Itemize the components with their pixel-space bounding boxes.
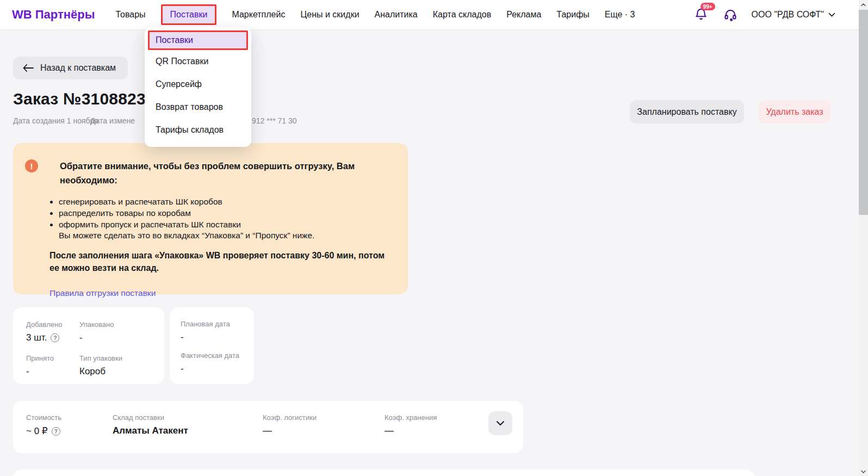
scroll-up-button[interactable] xyxy=(859,0,868,9)
nav-item-karta-skladov[interactable]: Карта складов xyxy=(433,10,491,20)
shipping-rules-link[interactable]: Правила отгрузки поставки xyxy=(49,288,156,298)
back-to-supplies-button[interactable]: Назад к поставкам xyxy=(13,57,128,79)
warning-icon: ! xyxy=(25,159,38,172)
account-menu[interactable]: ООО "РДВ СОФТ" xyxy=(752,10,835,20)
nav-item-reklama[interactable]: Реклама xyxy=(506,10,541,20)
stat-packed: Упаковано - xyxy=(79,320,151,343)
actual-date: Фактическая дата - xyxy=(181,351,243,374)
dates-card: Плановая дата - Фактическая дата - xyxy=(170,307,254,384)
support-button[interactable] xyxy=(723,8,737,22)
nav-item-tseny-i-skidki[interactable]: Цены и скидки xyxy=(300,10,359,20)
dropdown-item-tarify-skladov[interactable]: Тарифы складов xyxy=(145,119,251,141)
expand-summary-button[interactable] xyxy=(488,411,512,435)
nav-item-postavki[interactable]: Поставки xyxy=(161,4,217,25)
shipment-notice: ! Обратите внимание, чтобы без проблем с… xyxy=(13,143,408,294)
nav-item-analitika[interactable]: Аналитика xyxy=(375,10,418,20)
phone-fragment: 912 *** 71 30 xyxy=(252,116,297,125)
nav-item-tovary[interactable]: Товары xyxy=(116,10,146,20)
warehouse-column: Склад поставки Алматы Атакент xyxy=(113,413,263,441)
modified-date-fragment: Дата измене xyxy=(90,116,135,125)
notice-bullet: распределить товары по коробам xyxy=(59,208,385,219)
logistics-coef-column: Коэф. логистики — xyxy=(263,413,385,441)
dropdown-item-postavki[interactable]: Поставки xyxy=(148,30,248,50)
nav-item-more[interactable]: Еще · 3 xyxy=(605,10,635,20)
nav-item-marketpleys[interactable]: Маркетплейс xyxy=(232,10,285,20)
chevron-down-icon xyxy=(828,13,835,17)
main-nav: Товары Поставки Маркетплейс Цены и скидк… xyxy=(116,4,635,25)
notice-paragraph: После заполнения шага «Упаковка» WB пров… xyxy=(49,249,387,274)
page-title: Заказ №31088239 xyxy=(13,90,155,108)
notice-bullet: сгенерировать и распечатать ШК коробов xyxy=(59,196,385,207)
wb-partners-logo[interactable]: WB Партнёры xyxy=(12,8,95,22)
scroll-down-button[interactable] xyxy=(859,467,868,476)
plan-supply-button[interactable]: Запланировать поставку xyxy=(630,100,744,123)
next-section-card-peek xyxy=(13,469,755,476)
nav-item-tarify[interactable]: Тарифы xyxy=(556,10,589,20)
header-right: 99+ ООО "РДВ СОФТ" xyxy=(694,7,835,22)
arrow-left-icon xyxy=(23,64,34,72)
supply-summary-card: Стоимость ~ 0 ₽ ? Склад поставки Алматы … xyxy=(13,401,523,453)
quantity-stats-card: Добавлено 3 шт. ? Упаковано - Принято - … xyxy=(13,307,164,384)
stat-accepted: Принято - xyxy=(26,354,79,377)
back-button-label: Назад к поставкам xyxy=(40,63,116,73)
app-root: WB Партнёры Товары Поставки Маркетплейс … xyxy=(0,0,868,476)
notifications-badge: 99+ xyxy=(700,3,715,10)
notice-bullet-note: Вы можете сделать это во вкладках “Упако… xyxy=(59,230,385,241)
dropdown-item-qr-postavki[interactable]: QR Поставки xyxy=(145,50,251,73)
help-icon[interactable]: ? xyxy=(52,427,60,436)
supplies-dropdown-menu: Поставки QR Поставки Суперсейф Возврат т… xyxy=(145,27,251,147)
stat-pack-type: Тип упаковки Короб xyxy=(79,354,151,377)
stat-added: Добавлено 3 шт. ? xyxy=(26,320,79,343)
notice-bullet: оформить пропуск и распечатать ШК постав… xyxy=(59,219,385,241)
help-icon[interactable]: ? xyxy=(51,333,59,342)
scrollbar-thumb[interactable] xyxy=(859,10,868,215)
delete-order-button[interactable]: Удалить заказ xyxy=(759,100,830,123)
cost-column: Стоимость ~ 0 ₽ ? xyxy=(26,413,113,441)
notice-bullet-list: сгенерировать и распечатать ШК коробов р… xyxy=(59,196,385,241)
account-name: ООО "РДВ СОФТ" xyxy=(752,10,824,20)
dropdown-item-supersafe[interactable]: Суперсейф xyxy=(145,73,251,96)
headset-icon xyxy=(723,8,737,22)
notice-heading: Обратите внимание, чтобы без проблем сов… xyxy=(60,159,373,187)
created-date: Дата создания 1 ноября xyxy=(13,116,98,125)
notifications-button[interactable]: 99+ xyxy=(694,7,709,22)
scrollbar[interactable] xyxy=(859,0,868,476)
dropdown-item-vozvrat-tovarov[interactable]: Возврат товаров xyxy=(145,96,251,119)
planned-date: Плановая дата - xyxy=(181,320,243,343)
storage-coef-column: Коэф. хранения — xyxy=(385,413,437,441)
top-nav: WB Партнёры Товары Поставки Маркетплейс … xyxy=(0,0,868,30)
chevron-down-icon xyxy=(496,421,505,426)
